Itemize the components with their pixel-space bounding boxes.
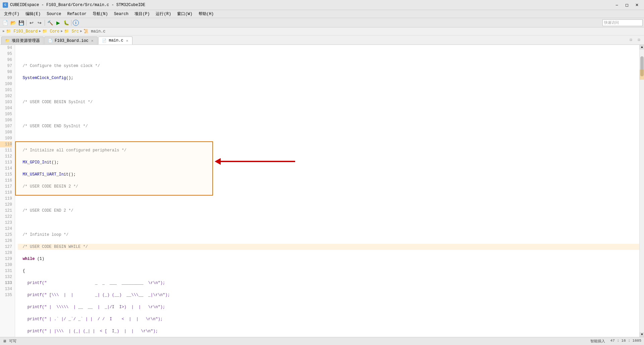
- quick-access-box[interactable]: 快速访问: [602, 19, 643, 26]
- menu-source[interactable]: Source: [44, 11, 64, 17]
- menu-help[interactable]: 帮助(H): [196, 10, 217, 17]
- tab-ioc-close[interactable]: ✕: [91, 39, 94, 43]
- menu-file[interactable]: 文件(F): [1, 10, 22, 17]
- tab-mainc-close[interactable]: ✕: [125, 39, 129, 43]
- tb-new[interactable]: 📄: [1, 19, 9, 26]
- code-line-116: printf(" | .` |/ _`/ _` | | / / I < | | …: [18, 316, 639, 322]
- bc-sep-2: ►: [61, 29, 63, 33]
- code-line-99: [18, 111, 639, 117]
- tb-info[interactable]: i: [73, 20, 79, 26]
- menu-navigate[interactable]: 导航(N): [90, 10, 111, 17]
- tab-ioc-label: F103_Board.ioc: [55, 39, 89, 43]
- code-content[interactable]: /* Configure the system clock */ SystemC…: [15, 45, 639, 337]
- tb-separator-1: [26, 20, 26, 26]
- tabs-right-controls: □ □: [627, 36, 643, 45]
- minimize-button[interactable]: –: [612, 2, 621, 8]
- menu-edit[interactable]: 编辑(E): [23, 10, 44, 17]
- menu-project[interactable]: 项目(P): [132, 10, 153, 17]
- toolbar: 📄 📂 💾 ↩ ↪ 🔨 ▶ 🐛 i 快速访问: [0, 18, 644, 27]
- code-line-105: /* USER CODE BEGIN 2 */: [18, 184, 639, 190]
- app-icon: C: [3, 2, 8, 8]
- tab-mainc[interactable]: 📄 main.c ✕: [98, 37, 132, 45]
- menu-search[interactable]: Search: [111, 11, 131, 17]
- bc-sep-3: ►: [80, 29, 82, 33]
- menu-bar: 文件(F) 编辑(E) Source Refactor 导航(N) Search…: [0, 10, 644, 18]
- status-bar: 🖥 可写 智能插入 47 : 16 : 1605: [0, 337, 644, 345]
- scroll-highlight: [640, 70, 644, 80]
- quick-access-area: 快速访问: [602, 19, 643, 26]
- tb-run[interactable]: ▶: [54, 19, 62, 26]
- code-line-107: /* USER CODE END 2 */: [18, 208, 639, 214]
- tb-build[interactable]: 🔨: [46, 19, 54, 26]
- tab-project-icon: 📁: [5, 39, 10, 43]
- tab-mainc-label: main.c: [109, 38, 123, 43]
- code-line-98: /* USER CODE BEGIN SysInit */: [18, 99, 639, 105]
- tab-maximize-btn[interactable]: □: [635, 36, 643, 43]
- code-line-112: {: [18, 268, 639, 274]
- code-line-97: [18, 87, 639, 93]
- title-bar: C CUBEIDEspace - F103_Board/Core/Src/mai…: [0, 0, 644, 10]
- tab-minimize-btn[interactable]: □: [627, 36, 635, 43]
- code-line-117: printf(" | |\\\ | (_| (_| | < [ I_) | | …: [18, 328, 639, 334]
- bc-item-file[interactable]: 📜 main.c: [84, 29, 105, 34]
- maximize-button[interactable]: ◻: [623, 2, 631, 8]
- code-line-100: /* USER CODE END SysInit */: [18, 123, 639, 129]
- bc-arrow-home: ►: [3, 29, 5, 33]
- tb-redo[interactable]: ↪: [36, 19, 43, 26]
- tb-open[interactable]: 📂: [9, 19, 17, 26]
- editor-container: 94 95 96 97 98 99 100 101 102 103 104 10…: [0, 45, 644, 337]
- code-line-96: SystemClock_Config();: [18, 75, 639, 81]
- tab-mainc-icon: 📄: [102, 39, 107, 43]
- title-text: CUBEIDEspace - F103_Board/Core/Src/main.…: [10, 3, 145, 7]
- line-numbers: 94 95 96 97 98 99 100 101 102 103 104 10…: [0, 45, 15, 337]
- tabs-bar: 📁 项目资源管理器 📄 F103_Board.ioc ✕ 📄 main.c ✕ …: [0, 36, 644, 45]
- tb-separator-2: [45, 20, 45, 26]
- tb-undo[interactable]: ↩: [28, 19, 35, 26]
- code-line-113: printf(" _ _ ___ _________ \r\n");: [18, 280, 639, 286]
- menu-run[interactable]: 运行(R): [153, 10, 174, 17]
- close-button[interactable]: ✕: [633, 2, 641, 8]
- tab-ioc-icon: 📄: [48, 39, 53, 43]
- menu-window[interactable]: 窗口(W): [174, 10, 195, 17]
- scrollbar-vertical[interactable]: ▲ ▼: [639, 45, 644, 337]
- code-editor[interactable]: 94 95 96 97 98 99 100 101 102 103 104 10…: [0, 45, 639, 337]
- code-line-111: while (1): [18, 256, 639, 262]
- bc-item-project[interactable]: 📁 F103_Board: [6, 29, 38, 34]
- bc-item-src[interactable]: 📁 Src: [64, 29, 79, 34]
- menu-refactor[interactable]: Refactor: [64, 11, 89, 17]
- status-position: 47 : 16 : 1605: [610, 339, 641, 344]
- title-bar-controls: – ◻ ✕: [612, 2, 641, 8]
- title-bar-left: C CUBEIDEspace - F103_Board/Core/Src/mai…: [3, 2, 145, 8]
- code-line-115: printf(" | \\\\\ | __ __ | _|/I I>) | | …: [18, 304, 639, 310]
- code-line-104: MX_USART1_UART_Init();: [18, 171, 639, 178]
- quick-access-label: 快速访问: [604, 20, 619, 25]
- code-line-108: [18, 220, 639, 226]
- breadcrumb-bar: ► 📁 F103_Board ► 📁 Core ► 📁 Src ► 📜 main…: [0, 27, 644, 36]
- status-icon: 🖥: [3, 339, 6, 343]
- bc-item-core[interactable]: 📁 Core: [42, 29, 59, 34]
- code-line-114: printf(" [\\\ | | _| (_) (__) __\\\__ _|…: [18, 292, 639, 298]
- tab-project-label: 项目资源管理器: [12, 38, 40, 44]
- tb-save[interactable]: 💾: [17, 19, 25, 26]
- tab-project-explorer[interactable]: 📁 项目资源管理器: [1, 37, 44, 45]
- status-smart-insert: 智能插入: [590, 339, 605, 344]
- status-writable: 可写: [9, 339, 16, 344]
- code-line-110: /* USER CODE BEGIN WHILE */: [18, 244, 639, 250]
- code-line-106: [18, 196, 639, 202]
- tab-ioc[interactable]: 📄 F103_Board.ioc ✕: [44, 37, 98, 45]
- status-right: 智能插入 47 : 16 : 1605: [590, 339, 641, 344]
- bc-sep-1: ►: [39, 29, 41, 33]
- code-line-103: MX_GPIO_Init();: [18, 159, 639, 165]
- tb-separator-3: [71, 20, 71, 26]
- code-line-95: /* Configure the system clock */: [18, 63, 639, 69]
- code-line-102: /* Initialize all configured peripherals…: [18, 147, 639, 153]
- code-line-101: [18, 135, 639, 141]
- code-line-109: /* Infinite loop */: [18, 232, 639, 238]
- code-line-94: [18, 51, 639, 57]
- scroll-up-button[interactable]: ▲: [640, 45, 644, 50]
- scroll-down-button[interactable]: ▼: [640, 332, 644, 337]
- tb-debug[interactable]: 🐛: [62, 19, 70, 26]
